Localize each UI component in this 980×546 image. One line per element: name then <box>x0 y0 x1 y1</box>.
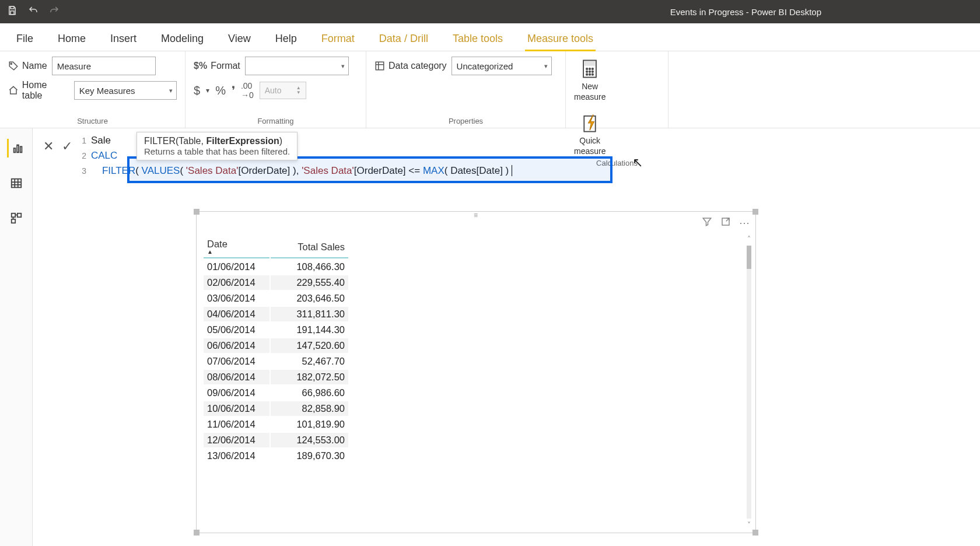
tab-help[interactable]: Help <box>273 27 299 51</box>
gutter-2: 2 <box>78 151 91 160</box>
undo-icon[interactable] <box>28 5 38 18</box>
svg-rect-19 <box>17 145 19 153</box>
report-canvas[interactable]: ≡ ⋯ Date▲ Total Sales 01/06/2014108,466.… <box>33 187 980 546</box>
svg-rect-26 <box>11 214 15 217</box>
tab-home[interactable]: Home <box>55 27 88 51</box>
scroll-up-icon[interactable]: ˄ <box>745 235 753 243</box>
currency-chevron-down-icon[interactable]: ▾ <box>206 86 209 94</box>
svg-rect-20 <box>20 146 22 152</box>
tab-modeling[interactable]: Modeling <box>159 27 206 51</box>
save-icon[interactable] <box>7 5 18 18</box>
home-table-label: Home table <box>8 80 69 101</box>
formula-commit-icon[interactable]: ✓ <box>62 139 72 154</box>
table-row[interactable]: 09/06/201466,986.60 <box>204 386 348 400</box>
group-structure: Name Measure Home table Key Measures Str… <box>0 51 186 128</box>
data-view-icon[interactable] <box>7 174 26 192</box>
tab-insert[interactable]: Insert <box>108 27 139 51</box>
table-row[interactable]: 11/06/2014101,819.90 <box>204 417 348 432</box>
table-row[interactable]: 07/06/201452,467.70 <box>204 354 348 369</box>
table-row[interactable]: 08/06/2014182,072.50 <box>204 370 348 384</box>
model-view-icon[interactable] <box>7 209 26 228</box>
table-row[interactable]: 03/06/2014203,646.50 <box>204 291 348 306</box>
table-row[interactable]: 02/06/2014229,555.40 <box>204 275 348 290</box>
intellisense-tooltip: FILTER(Table, FilterExpression) Returns … <box>136 132 298 160</box>
decimal-places-input[interactable]: Auto ▲▼ <box>260 82 306 99</box>
format-select[interactable] <box>245 57 349 75</box>
svg-point-13 <box>592 71 593 72</box>
format-prefix-icon: $% <box>194 61 207 71</box>
thousands-button[interactable]: ❜ <box>232 83 235 97</box>
resize-handle[interactable] <box>752 530 758 536</box>
svg-rect-7 <box>585 62 595 65</box>
more-options-icon[interactable]: ⋯ <box>739 216 750 230</box>
spinner-down-icon[interactable]: ▼ <box>296 90 304 95</box>
home-table-select[interactable]: Key Measures <box>74 81 177 100</box>
format-label: $% Format <box>194 61 240 71</box>
column-header-total-sales[interactable]: Total Sales <box>271 236 348 258</box>
left-nav-rail <box>0 128 33 546</box>
column-header-date[interactable]: Date▲ <box>204 236 270 258</box>
ribbon-tabs: File Home Insert Modeling View Help Form… <box>0 23 980 51</box>
focus-mode-icon[interactable] <box>720 216 731 230</box>
gutter-3: 3 <box>78 166 91 176</box>
table-row[interactable]: 05/06/2014191,144.30 <box>204 323 348 337</box>
table-row[interactable]: 10/06/201482,858.90 <box>204 401 348 416</box>
tab-format[interactable]: Format <box>319 27 357 51</box>
report-view-icon[interactable] <box>7 139 26 158</box>
group-properties: Data category Uncategorized Properties <box>366 51 566 128</box>
decimal-button[interactable]: .00→0 <box>241 81 254 100</box>
measure-name-input[interactable]: Measure <box>52 57 156 75</box>
redo-icon[interactable] <box>49 5 60 18</box>
tab-table-tools[interactable]: Table tools <box>450 27 505 51</box>
svg-rect-18 <box>14 148 16 152</box>
tab-measure-tools[interactable]: Measure tools <box>525 27 596 51</box>
svg-point-2 <box>10 63 12 64</box>
tab-data-drill[interactable]: Data / Drill <box>377 27 430 51</box>
svg-point-14 <box>586 74 587 75</box>
table-visual-frame[interactable]: ≡ ⋯ Date▲ Total Sales 01/06/2014108,466.… <box>196 211 756 533</box>
svg-point-15 <box>589 74 590 75</box>
category-icon <box>374 61 385 71</box>
gutter-1: 1 <box>78 136 91 145</box>
home-icon <box>8 85 19 96</box>
visual-drag-grip-icon[interactable]: ≡ <box>467 211 485 216</box>
data-table: Date▲ Total Sales 01/06/2014108,466.3002… <box>202 235 349 464</box>
svg-point-10 <box>592 68 593 69</box>
tag-icon <box>8 61 19 71</box>
mouse-cursor-icon: ↖ <box>632 155 643 170</box>
group-formatting: $% Format $ ▾ % ❜ .00→0 Auto ▲▼ Formatti… <box>186 51 366 128</box>
visual-scrollbar[interactable]: ˄ ˅ <box>745 235 753 529</box>
table-row[interactable]: 01/06/2014108,466.30 <box>204 260 348 274</box>
scroll-down-icon[interactable]: ˅ <box>745 521 753 529</box>
scroll-thumb[interactable] <box>747 246 751 269</box>
formula-cancel-icon[interactable]: ✕ <box>43 139 54 154</box>
svg-point-11 <box>586 71 587 72</box>
table-row[interactable]: 13/06/2014189,670.30 <box>204 449 348 463</box>
table-row[interactable]: 06/06/2014147,520.60 <box>204 338 348 353</box>
group-formatting-label: Formatting <box>194 114 358 125</box>
group-properties-label: Properties <box>374 114 557 125</box>
svg-point-16 <box>592 74 593 75</box>
data-category-select[interactable]: Uncategorized <box>452 57 552 75</box>
svg-rect-28 <box>11 219 15 223</box>
title-bar: Events in Progress - Power BI Desktop <box>0 0 980 23</box>
percent-button[interactable]: % <box>215 84 226 97</box>
svg-rect-27 <box>17 214 20 217</box>
new-measure-button[interactable]: New measure <box>574 58 606 102</box>
table-row[interactable]: 12/06/2014124,553.00 <box>204 433 348 447</box>
svg-rect-3 <box>376 62 384 70</box>
table-row[interactable]: 04/06/2014311,811.30 <box>204 307 348 321</box>
tab-file[interactable]: File <box>14 27 36 51</box>
group-structure-label: Structure <box>8 114 177 125</box>
currency-button[interactable]: $ <box>194 84 200 97</box>
svg-point-9 <box>589 68 590 69</box>
ribbon-body: Name Measure Home table Key Measures Str… <box>0 51 980 128</box>
calculator-icon <box>579 58 600 79</box>
svg-rect-0 <box>10 6 14 9</box>
svg-point-12 <box>589 71 590 72</box>
tab-view[interactable]: View <box>226 27 253 51</box>
resize-handle[interactable] <box>194 530 200 536</box>
svg-rect-21 <box>11 179 21 188</box>
filter-icon[interactable] <box>702 216 712 230</box>
app-title: Events in Progress - Power BI Desktop <box>670 7 821 17</box>
